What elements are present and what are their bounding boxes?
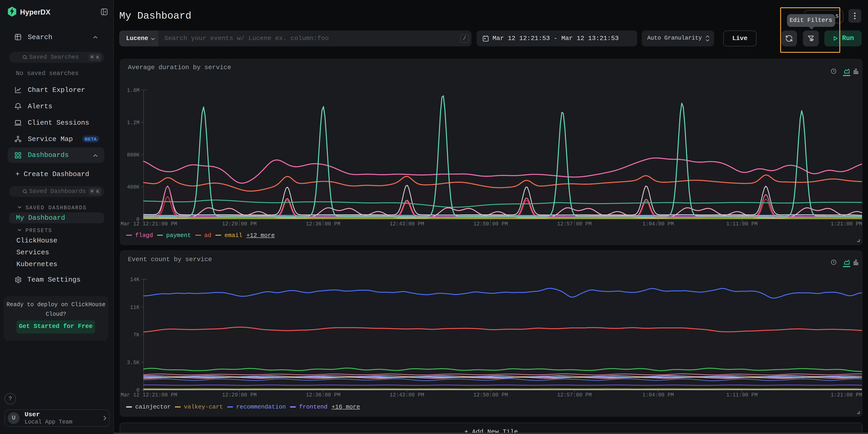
svg-text:7K: 7K <box>133 332 140 338</box>
svg-text:1:04:00 PM: 1:04:00 PM <box>643 392 674 398</box>
svg-text:12:57:00 PM: 12:57:00 PM <box>557 392 592 398</box>
svg-text:12:43:00 PM: 12:43:00 PM <box>390 221 424 227</box>
svg-text:Mar 12 12:21:00 PM: Mar 12 12:21:00 PM <box>121 392 177 398</box>
svg-text:11K: 11K <box>130 305 140 310</box>
svg-text:400K: 400K <box>127 184 140 190</box>
svg-text:1.2M: 1.2M <box>127 120 140 126</box>
svg-text:3.5K: 3.5K <box>127 360 140 366</box>
svg-text:12:50:00 PM: 12:50:00 PM <box>473 221 508 227</box>
svg-text:Mar 12 12:21:00 PM: Mar 12 12:21:00 PM <box>121 221 177 227</box>
svg-text:1:21:00 PM: 1:21:00 PM <box>831 392 862 398</box>
svg-text:12:29:00 PM: 12:29:00 PM <box>222 221 257 227</box>
svg-text:12:50:00 PM: 12:50:00 PM <box>473 392 508 398</box>
svg-text:12:36:00 PM: 12:36:00 PM <box>306 221 340 227</box>
svg-text:12:43:00 PM: 12:43:00 PM <box>390 392 424 398</box>
svg-text:14K: 14K <box>130 277 140 283</box>
svg-text:800K: 800K <box>127 152 140 158</box>
svg-text:1:11:00 PM: 1:11:00 PM <box>726 221 757 227</box>
svg-text:1:11:00 PM: 1:11:00 PM <box>726 392 757 398</box>
svg-text:1:04:00 PM: 1:04:00 PM <box>643 221 674 227</box>
svg-text:12:36:00 PM: 12:36:00 PM <box>306 392 340 398</box>
svg-text:1.6M: 1.6M <box>127 88 140 94</box>
svg-text:1:21:00 PM: 1:21:00 PM <box>831 221 862 227</box>
svg-text:12:29:00 PM: 12:29:00 PM <box>222 392 257 398</box>
svg-text:12:57:00 PM: 12:57:00 PM <box>557 221 592 227</box>
